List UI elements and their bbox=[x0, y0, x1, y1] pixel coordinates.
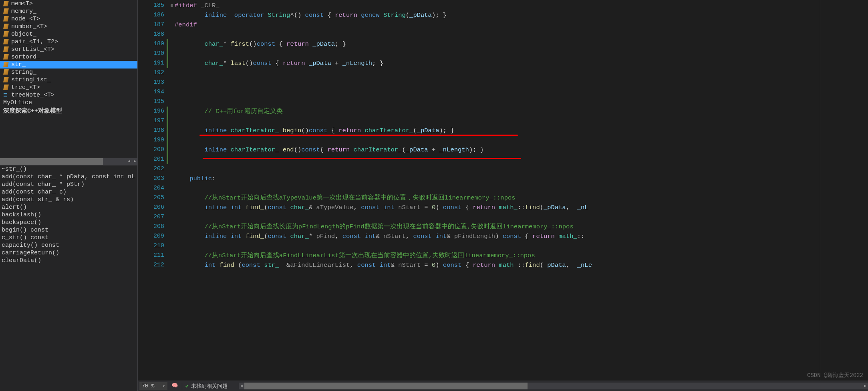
class-icon bbox=[3, 54, 10, 60]
class-item-label: sortList_<T> bbox=[11, 46, 54, 53]
status-bar: 70 % ▾ 🧠 ✔ 未找到相关问题 ◀ ▶ bbox=[138, 381, 868, 391]
line-number: 196 bbox=[138, 107, 164, 116]
class-icon bbox=[3, 39, 10, 45]
member-item[interactable]: add(const str_ & rs) bbox=[0, 196, 137, 204]
class-item-label: str_ bbox=[11, 61, 26, 68]
member-item[interactable]: add(const char_ c) bbox=[0, 188, 137, 196]
class-item-label: sortord_ bbox=[11, 54, 40, 60]
line-number: 199 bbox=[138, 135, 164, 145]
class-item-label: MyOffice bbox=[3, 99, 32, 106]
class-icon bbox=[3, 31, 10, 38]
class-item-label: node_<T> bbox=[11, 16, 40, 22]
member-item[interactable]: capacity() const bbox=[0, 242, 137, 249]
zoom-dropdown[interactable]: 70 % ▾ bbox=[139, 382, 167, 390]
code-content[interactable]: #ifdef _CLR_ inline operator String^() c… bbox=[175, 0, 820, 381]
line-number: 191 bbox=[138, 58, 164, 68]
class-icon bbox=[3, 24, 10, 30]
check-circle-icon: ✔ bbox=[185, 383, 189, 389]
class-item-label: object_ bbox=[11, 31, 36, 38]
class-item-treeT[interactable]: tree_<T> bbox=[0, 84, 137, 91]
class-item-label: string_ bbox=[11, 69, 36, 76]
line-number: 193 bbox=[138, 78, 164, 87]
class-item-object[interactable]: object_ bbox=[0, 30, 137, 38]
intellicode-icon[interactable]: 🧠 bbox=[171, 382, 179, 390]
line-number: 185 bbox=[138, 1, 164, 10]
watermark: CSDN @碧海蓝天2022 bbox=[807, 372, 863, 379]
member-item[interactable]: ~str_() bbox=[0, 165, 137, 173]
class-icon bbox=[3, 77, 10, 83]
line-number: 212 bbox=[138, 260, 164, 270]
left-panel: mem<T>memory_node_<T>number_<T>object_pa… bbox=[0, 0, 138, 391]
member-item[interactable]: begin() const bbox=[0, 226, 137, 234]
class-item-MyOffice[interactable]: MyOffice bbox=[0, 99, 137, 107]
member-item[interactable]: alert() bbox=[0, 204, 137, 211]
class-item-sortord[interactable]: sortord_ bbox=[0, 53, 137, 61]
issues-text: 未找到相关问题 bbox=[191, 383, 228, 390]
line-number: 209 bbox=[138, 232, 164, 241]
chevron-down-icon: ▾ bbox=[163, 384, 165, 389]
class-item-label: tree_<T> bbox=[11, 84, 40, 91]
line-number: 189 bbox=[138, 39, 164, 49]
class-view[interactable]: mem<T>memory_node_<T>number_<T>object_pa… bbox=[0, 0, 137, 158]
line-number-gutter: 1851861871881891901911921931941951961971… bbox=[138, 0, 167, 381]
class-icon bbox=[3, 8, 10, 15]
line-number: 200 bbox=[138, 145, 164, 155]
line-number: 192 bbox=[138, 68, 164, 78]
scroll-left-icon: ◀ bbox=[240, 383, 243, 388]
class-item-memT[interactable]: mem<T> bbox=[0, 0, 137, 8]
issues-indicator[interactable]: ✔ 未找到相关问题 bbox=[182, 383, 231, 390]
member-item[interactable]: clearData() bbox=[0, 257, 137, 264]
line-number: 201 bbox=[138, 155, 164, 164]
line-number: 211 bbox=[138, 251, 164, 260]
class-item-label: mem<T> bbox=[11, 0, 33, 7]
annotation-underline-2 bbox=[203, 158, 521, 159]
class-item-treeNoteT[interactable]: treeNote_<T> bbox=[0, 91, 137, 99]
member-item[interactable]: add(const char_ * pStr) bbox=[0, 181, 137, 188]
class-item-label: number_<T> bbox=[11, 23, 47, 30]
line-number: 188 bbox=[138, 30, 164, 39]
class-icon bbox=[3, 46, 10, 53]
member-item[interactable]: carriageReturn() bbox=[0, 249, 137, 257]
member-item[interactable]: backslash() bbox=[0, 211, 137, 219]
line-number: 203 bbox=[138, 174, 164, 183]
class-icon bbox=[3, 62, 10, 68]
annotation-underline-1 bbox=[199, 135, 518, 136]
code-area[interactable]: 1851861871881891901911921931941951961971… bbox=[138, 0, 868, 381]
class-item-string[interactable]: string_ bbox=[0, 69, 137, 76]
class-item-sortListT[interactable]: sortList_<T> bbox=[0, 46, 137, 53]
line-number: 208 bbox=[138, 222, 164, 232]
line-number: 190 bbox=[138, 49, 164, 58]
class-item-str[interactable]: str_ bbox=[0, 61, 137, 69]
member-item[interactable]: add(const char_ * pData, const int nL bbox=[0, 173, 137, 181]
line-number: 186 bbox=[138, 10, 164, 20]
line-number: 210 bbox=[138, 241, 164, 251]
class-item-label: memory_ bbox=[11, 8, 36, 15]
class-item-nodeT[interactable]: node_<T> bbox=[0, 15, 137, 23]
line-number: 205 bbox=[138, 193, 164, 203]
member-item[interactable]: backspace() bbox=[0, 219, 137, 226]
class-item-label: treeNote_<T> bbox=[11, 92, 54, 99]
class-icon bbox=[3, 85, 10, 91]
class-icon bbox=[3, 69, 10, 76]
class-item-label: pair_<T1, T2> bbox=[11, 38, 58, 45]
class-item-numberT[interactable]: number_<T> bbox=[0, 23, 137, 30]
minimap[interactable] bbox=[820, 0, 868, 381]
line-number: 187 bbox=[138, 20, 164, 30]
class-item-C[interactable]: 深度探索C++对象模型 bbox=[0, 107, 137, 115]
member-item[interactable]: c_str() const bbox=[0, 234, 137, 242]
line-number: 197 bbox=[138, 116, 164, 126]
class-icon bbox=[3, 1, 10, 7]
fold-gutter[interactable]: ⊟ bbox=[169, 0, 175, 381]
class-view-hscroll[interactable]: ◀ ▶ bbox=[0, 158, 137, 165]
class-item-stringList[interactable]: stringList_ bbox=[0, 76, 137, 84]
class-item-label: stringList_ bbox=[11, 77, 51, 83]
class-item-memory[interactable]: memory_ bbox=[0, 8, 137, 15]
editor-hscrollbar[interactable]: ◀ ▶ bbox=[239, 383, 868, 389]
scroll-right-icon: ▶ bbox=[864, 383, 866, 388]
members-view[interactable]: ~str_()add(const char_ * pData, const in… bbox=[0, 165, 137, 391]
line-number: 198 bbox=[138, 126, 164, 135]
class-item-pairT1T2[interactable]: pair_<T1, T2> bbox=[0, 38, 137, 46]
line-number: 207 bbox=[138, 212, 164, 222]
line-number: 195 bbox=[138, 97, 164, 107]
line-number: 194 bbox=[138, 87, 164, 97]
